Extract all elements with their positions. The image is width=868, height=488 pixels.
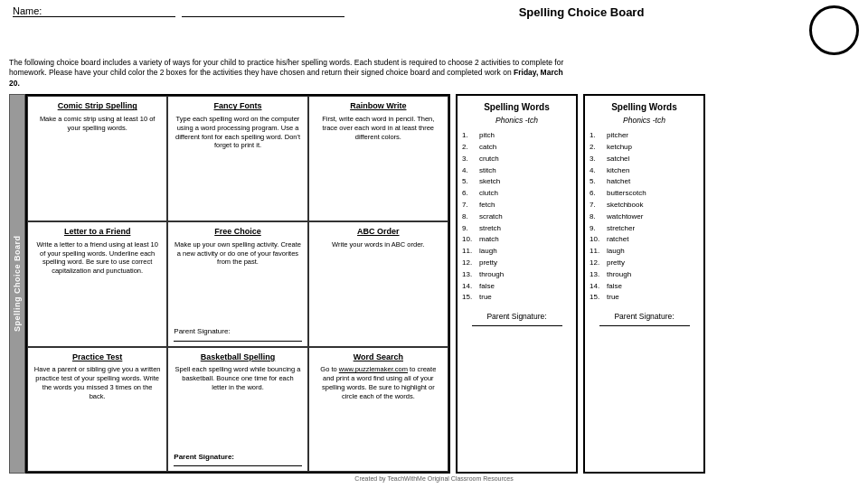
activity-grid: Comic Strip Spelling Make a comic strip … [25,94,450,474]
cell4-body: Write a letter to a friend using at leas… [33,240,161,276]
cell5-sig-label: Parent Signature: [174,327,230,335]
cell-rainbow-write: Rainbow Write First, write each word in … [308,96,448,221]
cell-word-search: Word Search Go to www.puzzlemaker.com to… [308,347,448,473]
list-item: 15.true [462,292,571,304]
name-underline[interactable] [182,5,344,17]
cell2-body: Type each spelling word on the computer … [174,115,301,150]
cell4-title: Letter to a Friend [33,227,161,238]
list-item: 6.butterscotch [590,188,699,200]
sw1-parent-sig: Parent Signature: [462,311,571,326]
list-item: 3.satchel [590,154,699,165]
cell7-body: Have a parent or sibling give you a writ… [33,365,161,400]
vertical-label: Spelling Choice Board [9,94,25,474]
list-item: 4.kitchen [590,165,699,177]
created-by: Created by TeachWithMe Original Classroo… [9,475,859,482]
sw2-sig-line[interactable] [599,325,690,326]
cell-abc-order: ABC Order Write your words in ABC order. [308,221,448,347]
cell-basketball: Basketball Spelling Spell each spelling … [167,347,307,473]
list-item: 7.fetch [462,200,571,211]
list-item: 14.false [590,281,699,293]
cell9-body: Go to www.puzzlemaker.com to create and … [315,365,442,400]
list-item: 12.pretty [462,258,571,269]
sw2-parent-sig: Parent Signature: [590,311,699,326]
cell-practice-test: Practice Test Have a parent or sibling g… [27,347,167,473]
cell8-sig-label: Parent Signature: [174,453,234,461]
cell3-title: Rainbow Write [315,101,442,112]
list-item: 9.stretcher [590,223,699,235]
list-item: 5.sketch [462,176,571,188]
name-label: Name: [9,5,344,16]
list-item: 8.watchtower [590,211,699,223]
sw1-title: Spelling Words [462,100,571,114]
right-section: Spelling Words Phonics -tch 1.pitch 2.ca… [456,94,705,474]
list-item: 1.pitcher [590,130,699,142]
cell3-body: First, write each word in pencil. Then, … [315,115,442,141]
list-item: 6.clutch [462,188,571,200]
page: Name: Spelling Choice Board The followin… [0,0,868,488]
cell6-body: Write your words in ABC order. [315,240,442,249]
cell5-sig-line[interactable] [174,341,301,342]
cell-letter-friend: Letter to a Friend Write a letter to a f… [27,221,167,347]
sw1-list: 1.pitch 2.catch 3.crutch 4.stitch 5.sket… [462,130,571,304]
name-section: Name: [9,5,344,17]
cell1-body: Make a comic strip using at least 10 of … [33,115,161,133]
list-item: 9.stretch [462,223,571,235]
sw1-subtitle: Phonics -tch [462,115,571,127]
left-section: Spelling Choice Board Comic Strip Spelli… [9,94,450,474]
cell-fancy-fonts: Fancy Fonts Type each spelling word on t… [167,96,307,221]
list-item: 10.ratchet [590,234,699,246]
cell5-title: Free Choice [174,227,301,238]
list-item: 11.laugh [462,246,571,258]
list-item: 4.stitch [462,165,571,177]
page-title: Spelling Choice Board [363,5,800,19]
cell8-title: Basketball Spelling [174,352,301,363]
spelling-box-2: Spelling Words Phonics -tch 1.pitcher 2.… [583,94,705,474]
list-item: 2.catch [462,142,571,154]
list-item: 8.scratch [462,211,571,223]
cell5-body: Make up your own spelling activity. Crea… [174,240,301,267]
list-item: 2.ketchup [590,142,699,154]
cell2-title: Fancy Fonts [174,101,301,112]
sw1-sig-line[interactable] [472,325,562,326]
list-item: 12.pretty [590,258,699,269]
list-item: 14.false [462,281,571,293]
spelling-box-1: Spelling Words Phonics -tch 1.pitch 2.ca… [456,94,578,474]
list-item: 7.sketchbook [590,200,699,211]
sw2-list: 1.pitcher 2.ketchup 3.satchel 4.kitchen … [590,130,699,304]
cell8-body: Spell each spelling word while bouncing … [174,365,301,391]
list-item: 3.crutch [462,154,571,165]
list-item: 15.true [590,292,699,304]
cell8-sig-line[interactable] [174,465,301,466]
list-item: 1.pitch [462,130,571,142]
sw2-title: Spelling Words [590,100,699,114]
cell7-title: Practice Test [33,352,161,363]
description-text: The following choice board includes a va… [9,58,570,89]
sw2-subtitle: Phonics -tch [590,115,699,127]
cell1-title: Comic Strip Spelling [33,101,161,112]
due-date: Friday, March 20. [9,68,563,87]
cell-free-choice: Free Choice Make up your own spelling ac… [167,221,307,347]
list-item: 11.laugh [590,246,699,258]
circle-decoration [809,5,859,55]
cell9-title: Word Search [315,352,442,363]
list-item: 13.through [590,269,699,281]
main-content: Spelling Choice Board Comic Strip Spelli… [9,94,859,474]
sw1-sig-label: Parent Signature: [462,311,571,323]
cell-comic-strip: Comic Strip Spelling Make a comic strip … [27,96,167,221]
header-row: Name: Spelling Choice Board [9,5,859,55]
list-item: 5.hatchet [590,176,699,188]
sw2-sig-label: Parent Signature: [590,311,699,323]
list-item: 13.through [462,269,571,281]
cell6-title: ABC Order [315,227,442,238]
list-item: 10.match [462,234,571,246]
